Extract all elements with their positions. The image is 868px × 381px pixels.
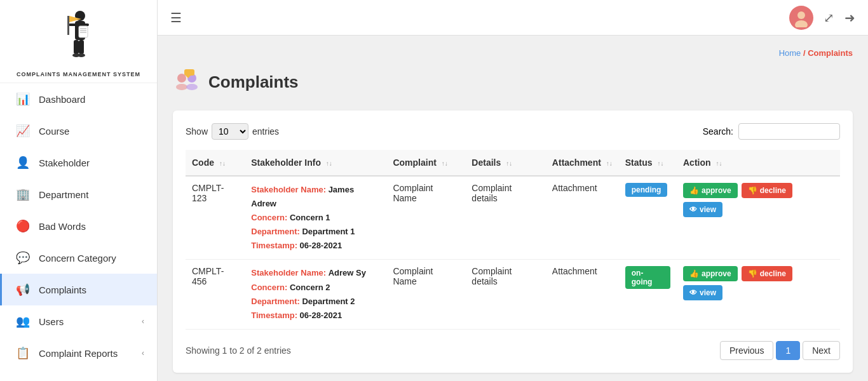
status-badge: pending bbox=[625, 183, 668, 197]
next-button[interactable]: Next bbox=[803, 341, 840, 360]
cell-action: 👍 approve 👎 decline 👁 view bbox=[677, 176, 840, 260]
department-label: Department: bbox=[251, 297, 300, 306]
sidebar-item-department[interactable]: 🏢 Department bbox=[0, 178, 157, 210]
show-entries-left: Show 10 25 50 100 entries bbox=[186, 123, 279, 140]
sidebar-item-stakeholder[interactable]: 👤 Stakeholder bbox=[0, 147, 157, 178]
concern-icon: 💬 bbox=[15, 250, 31, 266]
department-label: Department: bbox=[251, 227, 300, 236]
sidebar-navigation: 📊 Dashboard 📈 Course 👤 Stakeholder 🏢 Dep… bbox=[0, 83, 157, 381]
action-buttons: 👍 approve 👎 decline 👁 view bbox=[683, 266, 834, 300]
svg-point-19 bbox=[186, 84, 198, 90]
logo-image bbox=[53, 6, 104, 70]
course-icon: 📈 bbox=[15, 123, 31, 139]
sidebar-item-concern-category[interactable]: 💬 Concern Category bbox=[0, 242, 157, 274]
timestamp-value: 06-28-2021 bbox=[300, 241, 342, 250]
previous-button[interactable]: Previous bbox=[720, 341, 773, 360]
breadcrumb-home[interactable]: Home bbox=[779, 48, 801, 58]
sidebar-item-label: Department bbox=[39, 189, 144, 200]
svg-rect-5 bbox=[79, 40, 84, 54]
chevron-icon: ‹ bbox=[142, 317, 144, 326]
cell-complaint: Complaint Name bbox=[386, 260, 465, 329]
concern-label: Concern: bbox=[251, 213, 287, 222]
page-title: Complaints bbox=[208, 72, 299, 92]
show-label: Show bbox=[186, 126, 208, 137]
svg-rect-6 bbox=[67, 16, 69, 35]
sidebar-item-users[interactable]: 👥 Users ‹ bbox=[0, 305, 157, 337]
col-attachment: Attachment ↑↓ bbox=[546, 150, 619, 176]
sidebar-item-complaint-reports[interactable]: 📋 Complaint Reports ‹ bbox=[0, 337, 157, 369]
pagination-controls: Previous 1 Next bbox=[720, 341, 840, 360]
topbar-right: ⤢ ➜ bbox=[789, 6, 855, 30]
sidebar-item-bad-words[interactable]: 🔴 Bad Words bbox=[0, 210, 157, 242]
show-entries-right: Search: bbox=[703, 123, 840, 140]
svg-point-18 bbox=[176, 84, 187, 90]
cell-attachment: Attachment bbox=[546, 260, 619, 329]
sidebar: COMPLAINTS MANAGEMENT SYSTEM 📊 Dashboard… bbox=[0, 0, 158, 381]
page-header-icon bbox=[173, 65, 201, 99]
cell-status: on-going bbox=[619, 260, 677, 329]
action-buttons: 👍 approve 👎 decline 👁 view bbox=[683, 183, 834, 217]
decline-button[interactable]: 👎 decline bbox=[742, 183, 792, 198]
cell-code: CMPLT-123 bbox=[186, 176, 245, 260]
cell-stakeholder: Stakeholder Name: James Adrew Concern: C… bbox=[245, 176, 386, 260]
main-content: ☰ ⤢ ➜ Home / Complaints bbox=[158, 0, 868, 381]
page-header: Complaints bbox=[173, 65, 853, 99]
expand-icon[interactable]: ⤢ bbox=[824, 10, 834, 25]
logout-icon[interactable]: ➜ bbox=[844, 10, 855, 25]
col-code: Code ↑↓ bbox=[186, 150, 245, 176]
cell-stakeholder: Stakeholder Name: Adrew Sy Concern: Conc… bbox=[245, 260, 386, 329]
sidebar-item-label: Bad Words bbox=[39, 221, 144, 232]
cell-details: Complaint details bbox=[465, 176, 546, 260]
department-value: Department 2 bbox=[302, 297, 355, 306]
svg-rect-2 bbox=[69, 23, 76, 26]
table-row: CMPLT-123 Stakeholder Name: James Adrew … bbox=[186, 176, 840, 260]
view-button[interactable]: 👁 view bbox=[683, 202, 722, 217]
sort-icon: ↑↓ bbox=[715, 160, 722, 167]
sidebar-item-label: Concern Category bbox=[39, 253, 144, 264]
cell-details: Complaint details bbox=[465, 260, 546, 329]
logo-text: COMPLAINTS MANAGEMENT SYSTEM bbox=[17, 71, 140, 77]
sidebar-logo: COMPLAINTS MANAGEMENT SYSTEM bbox=[0, 0, 157, 83]
sidebar-item-dashboard[interactable]: 📊 Dashboard bbox=[0, 83, 157, 115]
approve-button[interactable]: 👍 approve bbox=[683, 183, 738, 198]
menu-toggle-button[interactable]: ☰ bbox=[170, 10, 182, 25]
page-1-button[interactable]: 1 bbox=[776, 341, 800, 360]
status-badge: on-going bbox=[625, 266, 670, 289]
svg-point-14 bbox=[797, 11, 805, 19]
approve-button[interactable]: 👍 approve bbox=[683, 266, 738, 281]
stakeholder-icon: 👤 bbox=[15, 154, 31, 171]
sort-icon: ↑↓ bbox=[219, 160, 226, 167]
decline-button[interactable]: 👎 decline bbox=[742, 266, 792, 281]
col-action: Action ↑↓ bbox=[677, 150, 840, 176]
view-button[interactable]: 👁 view bbox=[683, 285, 722, 300]
topbar: ☰ ⤢ ➜ bbox=[158, 0, 868, 36]
col-stakeholder: Stakeholder Info ↑↓ bbox=[245, 150, 386, 176]
show-entries-bar: Show 10 25 50 100 entries Search: bbox=[186, 123, 840, 140]
timestamp-value: 06-28-2021 bbox=[300, 311, 342, 320]
cell-attachment: Attachment bbox=[546, 176, 619, 260]
avatar[interactable] bbox=[789, 6, 813, 30]
col-details: Details ↑↓ bbox=[465, 150, 546, 176]
sort-icon: ↑↓ bbox=[326, 160, 332, 167]
concern-value: Concern 2 bbox=[290, 283, 330, 292]
users-icon: 👥 bbox=[15, 313, 31, 330]
sidebar-item-course[interactable]: 📈 Course bbox=[0, 115, 157, 147]
breadcrumb: Home / Complaints bbox=[173, 48, 853, 58]
timestamp-label: Timestamp: bbox=[251, 241, 297, 250]
stakeholder-name-value: Adrew Sy bbox=[329, 268, 366, 277]
cell-action: 👍 approve 👎 decline 👁 view bbox=[677, 260, 840, 329]
sidebar-item-label: Dashboard bbox=[39, 94, 144, 105]
search-input[interactable] bbox=[738, 123, 840, 140]
svg-point-15 bbox=[795, 20, 808, 27]
department-icon: 🏢 bbox=[15, 186, 31, 203]
sort-icon: ↑↓ bbox=[506, 160, 512, 167]
sidebar-item-label: Course bbox=[39, 126, 144, 137]
cell-complaint: Complaint Name bbox=[386, 176, 465, 260]
table-row: CMPLT-456 Stakeholder Name: Adrew Sy Con… bbox=[186, 260, 840, 329]
entries-select[interactable]: 10 25 50 100 bbox=[212, 123, 248, 140]
sidebar-item-complaints[interactable]: 📢 Complaints bbox=[0, 274, 157, 305]
svg-rect-3 bbox=[81, 23, 89, 26]
complaints-table: Code ↑↓ Stakeholder Info ↑↓ Complaint ↑↓ bbox=[186, 150, 840, 330]
svg-rect-4 bbox=[74, 40, 79, 54]
bad-words-icon: 🔴 bbox=[15, 218, 31, 234]
